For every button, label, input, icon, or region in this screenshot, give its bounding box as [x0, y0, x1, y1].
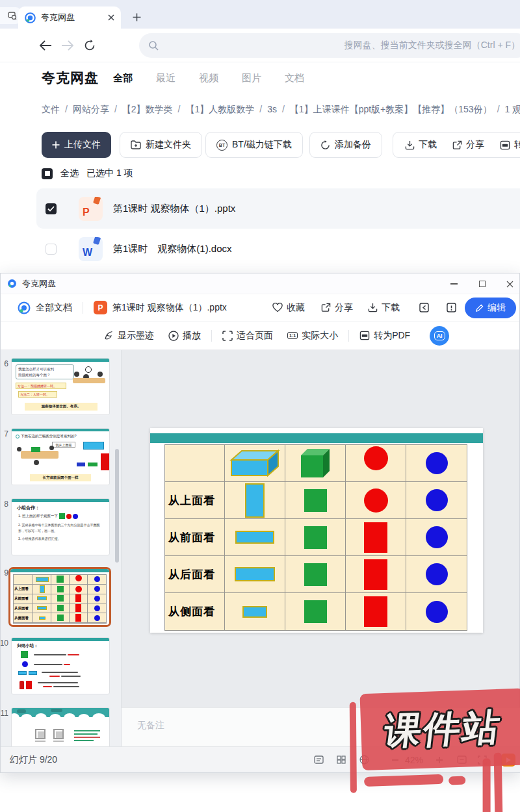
zoom-in-button[interactable] [432, 753, 447, 767]
file-row-docx[interactable]: W 第1课时 观察物体(1).docx [36, 229, 520, 269]
new-folder-label: 新建文件夹 [146, 139, 191, 151]
save-to-drive-icon[interactable] [419, 302, 430, 313]
upload-label: 上传文件 [64, 139, 101, 151]
viewer-to-pdf-button[interactable]: 转为PDF [359, 330, 410, 342]
file-name[interactable]: 第1课时 观察物体（1）.pptx [113, 203, 235, 215]
thumb-number: 10 [1, 639, 8, 648]
ink-pen-icon [103, 331, 114, 341]
download-icon [368, 303, 378, 312]
crumb[interactable]: 1 观 [492, 104, 520, 114]
download-button[interactable]: 下载 [405, 139, 437, 151]
browser-toolbar: 搜网盘、搜当前文件夹或搜全网（Ctrl + F） [0, 29, 520, 62]
thumbnail-scrollbar[interactable] [115, 449, 119, 563]
edit-button[interactable]: 编辑 [465, 298, 516, 318]
tab-image[interactable]: 图片 [242, 72, 261, 84]
slide-thumbnail-6[interactable]: 我要怎么样才可以看到熊猫娃娃的每个面？ 方法一：熊猫娃娃转一转。 方法二：人转一… [11, 358, 110, 415]
tab-video[interactable]: 视频 [199, 72, 218, 84]
browser-tab-strip: 夸克网盘 [0, 0, 520, 29]
ai-assistant-button[interactable]: AI [430, 326, 449, 346]
play-circle-icon [168, 331, 179, 341]
slide-counter: 幻灯片 9/20 [10, 754, 57, 766]
fit-page-button[interactable]: 适合页面 [222, 330, 273, 342]
actual-size-button[interactable]: 1:1 实际大小 [287, 330, 338, 342]
browser-tab[interactable]: 夸克网盘 [18, 6, 121, 29]
to-pdf-button[interactable]: 转为PD [500, 139, 520, 151]
tab-doc[interactable]: 文档 [285, 72, 304, 84]
tab-close-icon[interactable] [108, 14, 114, 21]
share-button[interactable]: 分享 [452, 139, 484, 151]
crumb[interactable]: 【1】上课课件【ppt版+教案】【推荐】（153份） [277, 104, 492, 114]
favorite-label: 收藏 [287, 302, 305, 314]
forward-button[interactable] [60, 38, 75, 53]
quark-cloud-logo-icon [25, 12, 36, 23]
tab-all[interactable]: 全部 [113, 72, 133, 84]
quark-logo-icon [7, 279, 17, 288]
new-folder-button[interactable]: 新建文件夹 [120, 132, 202, 158]
slide-thumbnail-9-selected[interactable]: 从上面看 从前面看 从后面看 从侧面看 [8, 567, 111, 627]
favorite-button[interactable]: 收藏 [272, 302, 305, 314]
view-shape [285, 519, 346, 556]
slide-thumbnail-11[interactable] [11, 707, 110, 746]
play-button[interactable]: 播放 [168, 330, 201, 342]
crumb[interactable]: 3s [254, 104, 277, 114]
bt-download-button[interactable]: BT BT/磁力链下载 [205, 132, 303, 158]
slide-thumbnail-panel: 6 我要怎么样才可以看到熊猫娃娃的每个面？ 方法一：熊猫娃娃转一转。 方法二：人… [1, 350, 122, 746]
divider [211, 330, 212, 342]
ppt-file-icon: P [79, 197, 103, 221]
view-shape [285, 482, 346, 519]
share-icon [452, 140, 462, 150]
edit-label: 编辑 [488, 302, 506, 314]
notes-toggle-icon[interactable] [311, 753, 326, 767]
all-docs-link[interactable]: 全部文档 [36, 302, 72, 314]
viewer-to-pdf-label: 转为PDF [374, 330, 410, 342]
zoom-out-button[interactable] [388, 753, 402, 767]
minimize-button[interactable] [448, 279, 460, 289]
slide-thumbnail-10[interactable]: 归纳小结： [11, 637, 110, 694]
preview-window: 夸克网盘 全部文档 P 第1课时 观察物体（1）.pptx 收藏 分享 下载 [0, 273, 520, 773]
fit-width-icon[interactable] [454, 753, 469, 767]
crumb[interactable]: 文件 [42, 104, 60, 114]
row-label-front: 从前面看 [165, 519, 225, 556]
search-input[interactable]: 搜网盘、搜当前文件夹或搜全网（Ctrl + F） [139, 33, 520, 58]
maximize-button[interactable] [476, 279, 488, 289]
presentation-play-button[interactable] [501, 754, 515, 767]
refresh-button[interactable] [82, 38, 98, 53]
back-button[interactable] [38, 38, 53, 53]
crumb[interactable]: 网站分享 [60, 104, 109, 114]
search-placeholder: 搜网盘、搜当前文件夹或搜全网（Ctrl + F） [159, 40, 520, 51]
close-button[interactable] [504, 279, 515, 289]
slide-thumbnail-8[interactable]: 小组合作： 1. 照上面的样子观察一下 2. 完成表格中每个立体图形的三个方向分… [11, 498, 110, 555]
file-checkbox-empty[interactable] [46, 244, 57, 255]
play-label: 播放 [183, 330, 201, 342]
zoom-level: 42% [405, 755, 423, 765]
upload-button[interactable]: 上传文件 [42, 132, 111, 158]
file-checkbox-checked[interactable] [46, 203, 57, 214]
viewer-download-button[interactable]: 下载 [368, 302, 400, 314]
select-all-bar: 全选 已选中 1 项 [42, 168, 133, 179]
fullscreen-icon[interactable] [475, 753, 489, 767]
pdf-icon [500, 140, 510, 150]
pencil-icon [475, 304, 484, 312]
divider [348, 330, 349, 342]
feedback-icon[interactable] [446, 302, 457, 313]
one-to-one-icon: 1:1 [287, 332, 298, 339]
file-name[interactable]: 第1课时 观察物体(1).docx [113, 243, 232, 255]
notes-panel[interactable]: 无备注 [122, 707, 520, 746]
slide-thumbnail-7[interactable]: 下面右边的三幅图分别是谁看到的? 我从上面看 长方体前后两个面一样 [11, 428, 110, 485]
select-all-checkbox[interactable] [42, 168, 53, 179]
file-row-pptx[interactable]: P 第1课时 观察物体（1）.pptx [36, 188, 520, 229]
slide-canvas: 从上面看 从前面看 从后面看 从侧面看 [150, 428, 483, 633]
bt-icon: BT [216, 140, 228, 151]
qr-code [35, 729, 46, 739]
add-backup-button[interactable]: 添加备份 [309, 132, 382, 158]
tab-recent[interactable]: 最近 [156, 72, 176, 84]
new-tab-button[interactable] [129, 9, 144, 25]
viewer-share-button[interactable]: 分享 [321, 302, 353, 314]
language-globe-icon[interactable] [357, 753, 371, 767]
crumb[interactable]: 【1】人教版数学 [173, 104, 255, 114]
crumb[interactable]: 【2】数学类 [109, 104, 173, 114]
show-ink-button[interactable]: 显示墨迹 [103, 330, 154, 342]
view-shape [285, 556, 346, 593]
thumbnails-toggle-icon[interactable] [334, 753, 348, 767]
sphere-blue-shape [406, 445, 467, 482]
